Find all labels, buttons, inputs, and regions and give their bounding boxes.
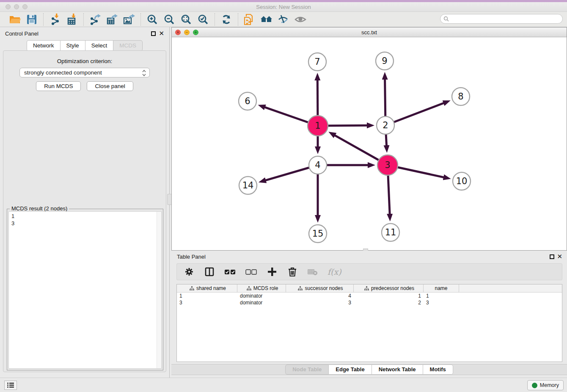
tab-network[interactable]: Network: [27, 40, 61, 51]
tab-mcds[interactable]: MCDS: [113, 40, 143, 51]
table-cell[interactable]: 3: [424, 299, 459, 306]
tab-style[interactable]: Style: [61, 40, 85, 51]
open-session-icon[interactable]: [8, 13, 22, 26]
node-10[interactable]: 10: [453, 172, 471, 190]
network-canvas[interactable]: 7968124314101511: [172, 37, 567, 250]
run-mcds-button[interactable]: Run MCDS: [36, 81, 81, 91]
search-input[interactable]: [440, 14, 563, 24]
export-network-icon[interactable]: [88, 13, 102, 26]
result-scrollbar[interactable]: [157, 212, 161, 368]
duplicate-network-icon[interactable]: [242, 13, 257, 26]
tab-motifs[interactable]: Motifs: [423, 364, 453, 375]
close-table-panel-icon[interactable]: ✕: [557, 253, 562, 260]
column-header-predecessor-nodes[interactable]: predecessor nodes: [354, 284, 424, 292]
window-title: Session: New Session: [0, 4, 567, 10]
node-9[interactable]: 9: [376, 52, 394, 70]
table-cell[interactable]: 1: [177, 293, 237, 299]
hide-graphics-icon[interactable]: [276, 13, 291, 26]
function-icon: f(x): [328, 266, 341, 277]
table-cell[interactable]: 3: [177, 299, 237, 306]
zoom-out-icon[interactable]: [162, 13, 176, 26]
home-icon[interactable]: [259, 13, 274, 26]
refresh-icon[interactable]: [219, 13, 234, 26]
show-graphics-icon[interactable]: [293, 13, 308, 26]
float-table-panel-icon[interactable]: [550, 254, 554, 259]
edge-2-8[interactable]: [385, 103, 444, 125]
task-history-button[interactable]: [4, 381, 17, 390]
node-4[interactable]: 4: [309, 156, 327, 174]
node-11[interactable]: 11: [382, 224, 399, 241]
tab-edge-table[interactable]: Edge Table: [329, 364, 372, 375]
mcds-result-group: MCDS result (2 nodes) 13: [7, 209, 163, 370]
node-label: 9: [382, 56, 387, 66]
zoom-selected-icon[interactable]: [196, 13, 210, 26]
close-panel-button[interactable]: Close panel: [87, 81, 133, 91]
column-icon[interactable]: [204, 266, 215, 277]
zoom-in-icon[interactable]: [145, 13, 160, 26]
checked-pair-icon[interactable]: [224, 266, 236, 277]
table-cell[interactable]: 3: [286, 299, 354, 306]
network-graph[interactable]: 7968124314101511: [172, 37, 567, 250]
mcds-result-title: MCDS result (2 nodes): [10, 205, 69, 212]
node-table-header[interactable]: shared nameMCDS rolesuccessor nodesprede…: [177, 284, 562, 293]
unchecked-pair-icon[interactable]: [245, 266, 257, 277]
close-panel-icon[interactable]: ✕: [159, 30, 164, 37]
list-icon: [7, 382, 14, 388]
table-cell[interactable]: dominator: [237, 293, 286, 299]
table-cell[interactable]: 2: [354, 299, 424, 306]
node-7[interactable]: 7: [308, 53, 326, 71]
import-network-icon[interactable]: [48, 13, 62, 26]
tab-node-table[interactable]: Node Table: [285, 364, 329, 375]
network-window-titlebar[interactable]: × − + scc.txt: [172, 28, 567, 37]
table-cell[interactable]: 4: [286, 293, 354, 299]
column-label: shared name: [196, 285, 226, 291]
column-header-shared-name[interactable]: shared name: [177, 284, 237, 292]
node-label: 8: [458, 91, 463, 102]
table-tabs: Node TableEdge TableNetwork TableMotifs: [171, 364, 567, 375]
node-2[interactable]: 2: [377, 116, 394, 134]
zoom-fit-icon[interactable]: [179, 13, 193, 26]
import-table-icon[interactable]: [65, 13, 79, 26]
column-header-successor-nodes[interactable]: successor nodes: [286, 284, 354, 292]
column-label: MCDS role: [253, 285, 278, 291]
node-8[interactable]: 8: [452, 88, 470, 105]
node-1[interactable]: 1: [308, 116, 328, 136]
node-3[interactable]: 3: [377, 155, 398, 175]
node-label: 10: [456, 176, 468, 186]
column-label: predecessor nodes: [371, 285, 414, 291]
table-toolbar: f(x): [176, 263, 562, 280]
node-table[interactable]: shared nameMCDS rolesuccessor nodesprede…: [176, 284, 562, 362]
memory-button[interactable]: Memory: [527, 380, 564, 390]
export-table-icon[interactable]: [105, 13, 119, 26]
optimization-criterion-label: Optimization criterion:: [3, 58, 166, 64]
trash-icon[interactable]: [287, 266, 298, 277]
export-image-icon[interactable]: [122, 13, 136, 26]
tab-select[interactable]: Select: [85, 40, 114, 51]
status-bar: Memory: [0, 378, 567, 392]
gear-icon[interactable]: [184, 266, 195, 277]
control-panel: Control Panel ✕ NetworkStyleSelectMCDS O…: [0, 27, 170, 378]
column-header-filler: [459, 284, 562, 292]
table-row[interactable]: 1dominator411: [177, 293, 562, 299]
mcds-result-values: 13: [11, 213, 161, 227]
network-view-window: × − + scc.txt 7968124314101511: [171, 27, 567, 251]
node-14[interactable]: 14: [239, 177, 257, 194]
node-15[interactable]: 15: [309, 225, 327, 243]
table-row[interactable]: 3dominator323: [177, 299, 562, 306]
criterion-dropdown-value: strongly connected component: [24, 69, 102, 76]
mcds-result-line: 1: [11, 213, 161, 220]
tab-network-table[interactable]: Network Table: [372, 364, 423, 375]
criterion-dropdown[interactable]: strongly connected component: [19, 68, 150, 77]
column-header-name[interactable]: name: [424, 284, 459, 292]
mcds-result-textarea[interactable]: 13: [8, 211, 162, 369]
node-6[interactable]: 6: [239, 92, 256, 110]
save-session-icon[interactable]: [25, 13, 39, 26]
float-panel-icon[interactable]: [151, 31, 156, 36]
table-panel: Table Panel ✕ f(x) shared nameMCDS roles…: [171, 251, 567, 378]
column-header-MCDS-role[interactable]: MCDS role: [237, 284, 286, 292]
table-cell[interactable]: dominator: [237, 299, 286, 306]
add-icon[interactable]: [267, 266, 278, 277]
table-cell[interactable]: 1: [424, 293, 459, 299]
table-cell[interactable]: 1: [354, 293, 424, 299]
network-window-title: scc.txt: [172, 29, 567, 36]
